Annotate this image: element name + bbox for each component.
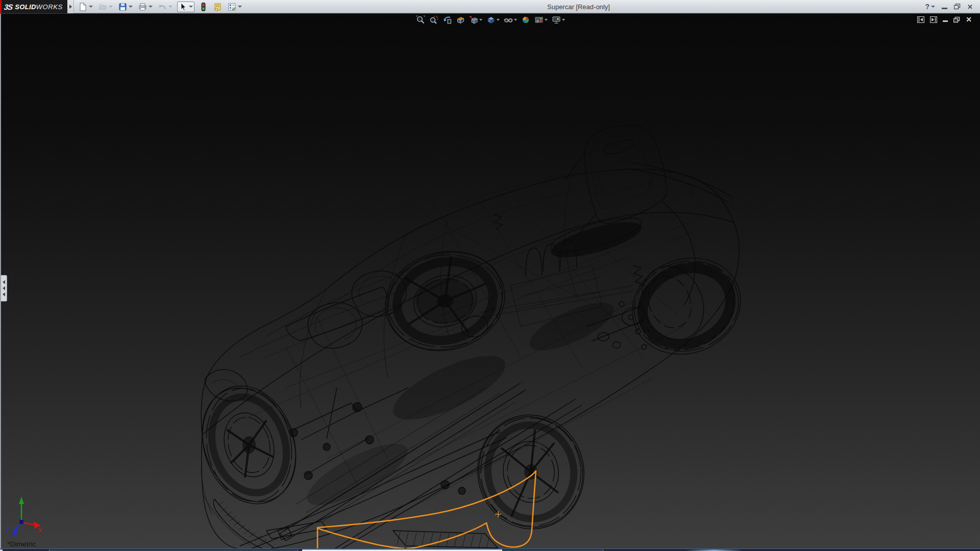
car-wireframe [185,126,755,548]
options-icon [228,3,236,11]
dropdown-arrow-icon[interactable] [238,6,242,8]
open-icon [99,3,107,11]
graphics-viewport[interactable]: ✕ [0,14,980,548]
wheel-front-right [374,236,517,365]
close-button[interactable]: ✕ [967,3,973,11]
minimize-button[interactable] [942,8,947,9]
previous-view-button[interactable] [442,15,452,25]
select-cursor-icon [179,3,187,11]
solidworks-app: { "window_title": "Supercar [Read-only]"… [0,0,980,551]
save-button[interactable] [117,2,134,12]
sill-hatch-band [393,531,498,548]
view-orientation-icon [469,15,478,24]
hide-show-items-button[interactable] [503,15,518,25]
dropdown-arrow-icon[interactable] [89,6,93,8]
new-document-icon [79,3,87,11]
section-view-icon [456,15,465,24]
titlebar-controls: ? ✕ [925,0,973,13]
model-canvas[interactable]: X Z [1,14,980,548]
apply-scene-icon [534,15,544,24]
dropdown-arrow-icon[interactable] [129,6,133,8]
dropdown-arrow-icon[interactable] [562,19,565,21]
chevron-left-icon [3,280,5,284]
options-button[interactable] [227,2,243,12]
new-document-button[interactable] [78,2,94,12]
solidworks-logo: 3S SOLIDWORKS [0,0,67,13]
apply-scene-button[interactable] [534,15,548,25]
headsup-view-toolbar [415,15,566,25]
section-view-button[interactable] [455,15,465,25]
view-settings-icon [552,15,561,24]
open-button[interactable] [97,2,114,12]
chevron-right-icon [69,5,72,9]
dropdown-arrow-icon[interactable] [497,19,500,21]
view-orientation-button[interactable] [469,15,483,25]
display-style-button[interactable] [486,15,500,25]
zoom-to-area-icon [429,15,438,24]
brand-works: WORKS [36,3,63,11]
y-axis-arrow-icon [19,497,24,504]
view-orientation-label: *Dimetric [7,540,36,548]
wheel-rear-left [466,404,596,539]
doc-close-button[interactable]: ✕ [966,16,972,23]
window-title: Supercar [Read-only] [547,3,610,11]
save-icon [118,3,127,11]
display-style-icon [486,15,496,24]
undo-button[interactable] [157,2,174,12]
document-window-controls: ✕ [917,16,972,23]
dropdown-arrow-icon[interactable] [109,6,113,8]
dropdown-arrow-icon[interactable] [514,19,517,21]
sketch-point-marker [495,511,501,517]
doc-minimize-button[interactable] [943,20,948,22]
zoom-to-fit-icon [416,15,425,24]
ds-logo-icon: 3S [4,3,13,11]
edit-appearance-button[interactable] [521,15,531,25]
dropdown-arrow-icon[interactable] [149,6,153,8]
standard-toolbar [78,0,243,13]
x-axis-label: X [37,527,43,534]
file-properties-icon [213,3,222,11]
title-bar: 3S SOLIDWORKS [0,0,980,13]
wheel-front-left [185,373,313,517]
print-button[interactable] [137,2,154,12]
view-settings-button[interactable] [551,15,566,25]
collapse-pane-left-button[interactable] [917,16,924,23]
zoom-to-fit-button[interactable] [415,15,426,25]
orientation-triad: X Z [6,497,43,535]
z-axis-label: Z [6,525,11,533]
dropdown-arrow-icon [931,6,935,8]
traffic-light-icon [199,3,208,11]
rebuild-button[interactable] [198,2,209,12]
dropdown-arrow-icon[interactable] [479,19,482,21]
help-button[interactable]: ? [925,3,936,11]
zoom-to-area-button[interactable] [429,15,439,25]
chevron-left-icon [3,286,5,290]
chevron-left-icon [3,292,5,296]
print-icon [138,3,147,11]
select-button[interactable] [177,2,194,12]
appearance-ball-icon [521,15,530,24]
previous-view-icon [443,15,452,24]
doc-restore-button[interactable] [953,17,960,23]
os-taskbar-edge[interactable] [0,548,980,551]
dropdown-arrow-icon[interactable] [168,6,173,8]
glasses-icon [504,15,513,24]
restore-button[interactable] [954,4,961,10]
dropdown-arrow-icon[interactable] [189,6,193,8]
brand-solid: SOLID [15,3,36,11]
feature-pane-splitter-tab[interactable] [1,275,7,302]
undo-icon [158,3,167,11]
menu-expand-button[interactable] [67,0,74,13]
dropdown-arrow-icon[interactable] [545,19,548,21]
collapse-pane-right-button[interactable] [930,16,937,23]
file-properties-button[interactable] [212,2,223,12]
